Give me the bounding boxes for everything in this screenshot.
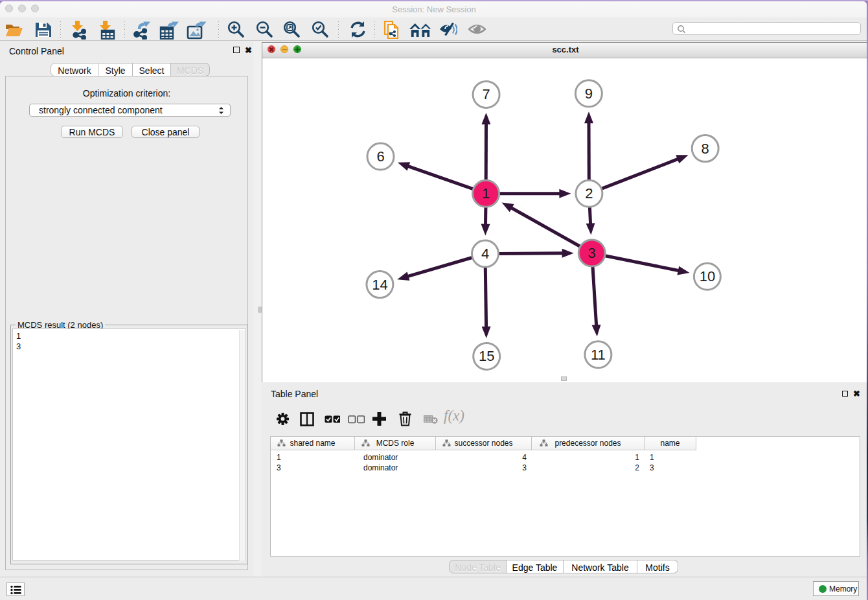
svg-text:15: 15 [479, 348, 494, 364]
svg-text:6: 6 [376, 148, 384, 165]
svg-text:11: 11 [591, 347, 606, 363]
svg-text:2: 2 [585, 185, 593, 202]
svg-text:4: 4 [481, 246, 489, 262]
svg-text:9: 9 [585, 86, 593, 102]
svg-text:1: 1 [482, 185, 490, 202]
svg-text:10: 10 [700, 268, 715, 284]
svg-text:8: 8 [702, 141, 709, 157]
svg-text:3: 3 [588, 245, 596, 261]
svg-text:14: 14 [372, 277, 387, 293]
svg-text:7: 7 [482, 86, 490, 102]
